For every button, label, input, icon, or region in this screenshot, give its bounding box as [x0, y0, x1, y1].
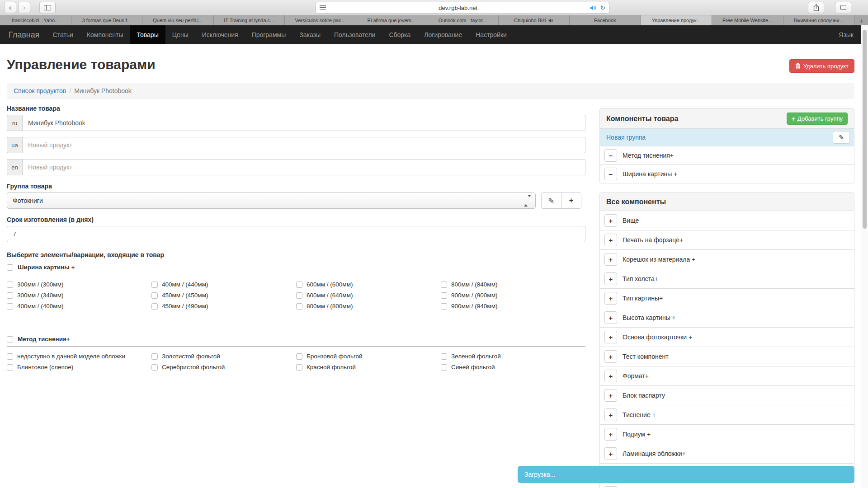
delete-product-button[interactable]: Удалить продукт [789, 59, 854, 73]
lang-addon-en: en [7, 159, 22, 175]
tab-overview-icon [840, 5, 846, 10]
add-component-button[interactable]: + [604, 447, 617, 460]
tab[interactable]: Free Mobile Website... [712, 15, 783, 25]
variation-checkbox[interactable]: 600мм / (600мм) [296, 281, 441, 288]
tab[interactable]: franciscobizi - Yaho... [0, 15, 71, 25]
remove-component-button[interactable]: − [604, 168, 617, 180]
browser-toolbar: ‹ › dev.rgb-lab.net ↻ [0, 0, 868, 15]
term-label: Срок изготовления (в днях) [7, 216, 585, 223]
breadcrumb-products-link[interactable]: Список продуктов [14, 87, 66, 94]
tab[interactable]: IT Training at lynda.c... [214, 15, 285, 25]
add-component-button[interactable]: + [604, 408, 617, 421]
scrollbar-thumb[interactable] [863, 30, 867, 229]
back-button[interactable]: ‹ [4, 2, 16, 13]
variation-checkbox[interactable]: Блинтовое (слепое) [7, 364, 151, 371]
tab-bar: franciscobizi - Yaho... 3 formas que Deu… [0, 15, 868, 25]
group-select[interactable]: Фотокниги [7, 192, 536, 209]
plus-icon: + [609, 372, 613, 380]
add-component-button[interactable]: + [604, 234, 617, 246]
components-sidebar: Компоненты товара + Добавить группу Нова… [599, 108, 854, 488]
variation-checkbox[interactable]: 300мм / (340мм) [7, 292, 151, 299]
variation-checkbox[interactable]: 300мм / (300мм) [7, 281, 151, 288]
tab-active[interactable]: Управление продук... [641, 15, 712, 25]
forward-button[interactable]: › [18, 2, 30, 13]
section-checkbox[interactable] [7, 336, 13, 343]
variation-checkbox[interactable]: 400мм / (400мм) [7, 303, 151, 310]
new-tab-button[interactable]: + [854, 15, 868, 25]
tab[interactable]: Facebook [570, 15, 641, 25]
name-input-ru[interactable] [22, 115, 585, 131]
variation-checkbox[interactable]: 800мм / (840мм) [441, 281, 585, 288]
share-button[interactable] [808, 2, 824, 13]
pencil-icon: ✎ [839, 134, 844, 141]
nav-item-components[interactable]: Компоненты [80, 25, 130, 44]
add-component-button[interactable]: + [604, 486, 617, 488]
nav-item-logging[interactable]: Логирование [417, 25, 469, 44]
variation-checkbox[interactable]: 400мм / (440мм) [151, 281, 296, 288]
tab-audio-icon[interactable] [548, 18, 553, 23]
nav-item-programs[interactable]: Программы [245, 25, 293, 44]
navbar-brand[interactable]: Главная [0, 25, 46, 44]
sidebar-icon [44, 5, 51, 10]
page-scrollbar[interactable] [861, 25, 868, 488]
nav-item-exceptions[interactable]: Исключения [195, 25, 245, 44]
section-checkbox[interactable] [7, 264, 13, 271]
variation-checkbox[interactable]: 900мм / (900мм) [441, 292, 585, 299]
add-component-button[interactable]: + [604, 350, 617, 363]
variation-checkbox[interactable]: 800мм / (800мм) [296, 303, 441, 310]
variation-checkbox[interactable]: Серебристой фольгой [151, 364, 296, 371]
variations-heading: Выберите элементы/вариации, входящие в т… [7, 251, 585, 258]
add-component-button[interactable]: + [604, 389, 617, 402]
edit-group-button[interactable]: ✎ [541, 192, 561, 209]
nav-item-prices[interactable]: Цены [165, 25, 195, 44]
tab[interactable]: Quem viu seu perfil |... [142, 15, 214, 25]
add-component-button[interactable]: + [604, 311, 617, 324]
mute-audio-icon[interactable] [590, 5, 597, 11]
variation-checkbox[interactable]: Красной фольгой [296, 364, 441, 371]
add-component-button[interactable]: + [604, 428, 617, 441]
add-group-inline-button[interactable]: + [561, 192, 581, 209]
tab[interactable]: El afirma que jovem... [356, 15, 428, 25]
add-component-button[interactable]: + [604, 370, 617, 382]
tab-overview-button[interactable] [835, 2, 851, 13]
group-name-link[interactable]: Новая группа [606, 134, 646, 141]
tab[interactable]: Chiquinho Bizi [499, 15, 570, 25]
address-bar[interactable]: dev.rgb-lab.net ↻ [316, 2, 609, 14]
reader-icon[interactable] [320, 5, 326, 10]
name-input-en[interactable] [22, 159, 585, 175]
tab[interactable]: 3 formas que Deus f... [71, 15, 143, 25]
tab[interactable]: Outlook.com - taylor... [427, 15, 499, 25]
term-input[interactable] [7, 226, 585, 242]
remove-component-button[interactable]: − [604, 149, 617, 162]
variation-checkbox[interactable]: Синей фольгой [441, 364, 585, 371]
nav-item-settings[interactable]: Настройки [469, 25, 514, 44]
variation-checkbox[interactable]: Зеленой фольгой [441, 353, 585, 360]
variation-checkbox[interactable]: Золотистой фольгой [151, 353, 296, 360]
nav-item-products[interactable]: Товары [130, 25, 165, 44]
variation-checkbox[interactable]: недоступно в данной моделе обложки [7, 353, 151, 360]
nav-item-articles[interactable]: Статьи [46, 25, 80, 44]
name-input-ua[interactable] [22, 137, 585, 153]
add-group-button[interactable]: + Добавить группу [787, 113, 848, 125]
reload-icon[interactable]: ↻ [600, 4, 605, 11]
variation-checkbox[interactable]: 450мм / (450мм) [151, 292, 296, 299]
variation-checkbox[interactable]: 600мм / (640мм) [296, 292, 441, 299]
tab[interactable]: Versículos sobre pac... [285, 15, 356, 25]
variation-checkbox[interactable]: 450мм / (490мм) [151, 303, 296, 310]
nav-item-build[interactable]: Сборка [382, 25, 417, 44]
add-component-button[interactable]: + [604, 331, 617, 343]
nav-item-users[interactable]: Пользователи [327, 25, 382, 44]
add-component-button[interactable]: + [604, 272, 617, 285]
sidebar-toggle-button[interactable] [39, 2, 56, 13]
add-component-button[interactable]: + [604, 292, 617, 305]
minus-icon: − [609, 170, 613, 178]
variation-checkbox[interactable]: Бронзовой фольгой [296, 353, 441, 360]
add-component-button[interactable]: + [604, 214, 617, 227]
panel-title: Все компоненты [606, 198, 666, 206]
nav-item-orders[interactable]: Заказы [292, 25, 327, 44]
site-navbar: Главная Статьи Компоненты Товары Цены Ис… [0, 25, 868, 44]
edit-group-name-button[interactable]: ✎ [833, 131, 850, 144]
tab[interactable]: Вживання сполучни... [783, 15, 855, 25]
add-component-button[interactable]: + [604, 253, 617, 266]
variation-checkbox[interactable]: 900мм / (940мм) [441, 303, 585, 310]
